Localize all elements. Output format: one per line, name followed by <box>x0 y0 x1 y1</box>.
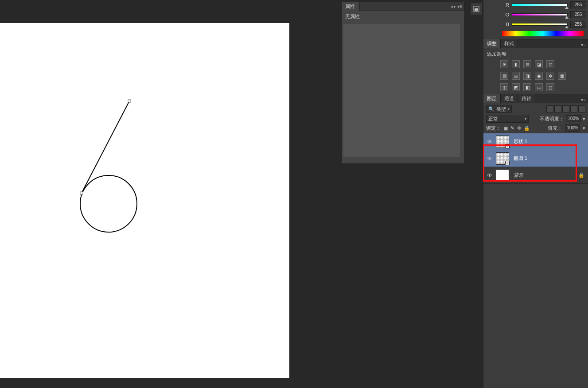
visibility-toggle[interactable]: 👁 <box>483 139 496 145</box>
fill-value[interactable]: 100% <box>565 124 580 132</box>
layer-filter-kind[interactable]: 🔍 类型 ▾ <box>486 105 512 113</box>
filter-adjust-icon[interactable] <box>554 105 561 113</box>
balance-icon[interactable]: ⚖ <box>512 72 520 80</box>
tab-properties[interactable]: 属性 <box>342 2 360 11</box>
levels-icon[interactable]: ▮ <box>512 60 520 68</box>
exposure-icon[interactable]: ◪ <box>535 60 543 68</box>
canvas-drawing <box>0 23 289 378</box>
panel-menu-icon[interactable]: ▾≡ <box>457 4 462 9</box>
layer-row-ellipse1[interactable]: 👁 ▫ 椭圆 1 <box>483 150 588 167</box>
curves-icon[interactable]: ⧄ <box>523 60 531 68</box>
collapsed-panel-strip <box>469 2 483 16</box>
adjustments-icon-row-1: ☀ ▮ ⧄ ◪ ▽ <box>487 60 584 68</box>
tab-layers[interactable]: 图层 <box>483 94 501 103</box>
svg-rect-2 <box>128 100 131 102</box>
g-label: G <box>499 12 512 17</box>
b-slider[interactable] <box>512 22 568 27</box>
r-slider[interactable] <box>512 3 568 7</box>
lookup-icon[interactable]: ▦ <box>558 72 566 80</box>
brightness-icon[interactable]: ☀ <box>500 60 508 68</box>
channel-mixer-icon[interactable]: ✲ <box>546 72 554 80</box>
color-panel: R 255 G 255 B 255 <box>483 0 588 39</box>
r-value[interactable]: 255 <box>570 1 586 8</box>
g-slider[interactable] <box>512 12 568 17</box>
layer-row-background[interactable]: 👁 背景 🔒 <box>483 167 588 184</box>
filter-smart-icon[interactable] <box>578 105 585 113</box>
invert-icon[interactable]: ◫ <box>500 83 508 91</box>
layers-panel: 图层 通道 路径 ▾≡ 🔍 类型 ▾ 正常 ▾ 不透 <box>483 94 588 184</box>
posterize-icon[interactable]: ◩ <box>512 83 520 91</box>
layer-name[interactable]: 形状 1 <box>514 138 527 145</box>
blend-mode-value: 正常 <box>488 116 498 122</box>
color-spectrum[interactable] <box>502 31 584 36</box>
layer-thumbnail[interactable]: ▫ <box>496 152 509 165</box>
chevron-down-icon: ▾ <box>525 117 526 121</box>
filter-shape-icon[interactable] <box>570 105 577 113</box>
lock-all-icon[interactable]: 🔒 <box>524 125 530 131</box>
selective-color-icon[interactable]: ◻ <box>546 83 554 91</box>
shape-badge-icon: ▫ <box>505 144 510 148</box>
canvas[interactable] <box>0 23 289 378</box>
tab-adjustments[interactable]: 调整 <box>483 39 501 48</box>
layer-name[interactable]: 椭圆 1 <box>514 155 527 162</box>
lock-icon: 🔒 <box>578 172 584 178</box>
fill-label: 填充： <box>548 125 562 132</box>
lock-pos-icon[interactable]: ✥ <box>517 125 521 131</box>
lock-paint-icon[interactable]: ✎ <box>510 125 514 131</box>
g-value[interactable]: 255 <box>570 11 586 18</box>
opacity-value[interactable]: 100% <box>566 115 581 122</box>
b-value[interactable]: 255 <box>570 21 586 28</box>
tab-paths[interactable]: 路径 <box>518 94 535 103</box>
vibrance-icon[interactable]: ▽ <box>546 60 554 68</box>
r-label: R <box>499 2 512 8</box>
lock-label: 锁定： <box>486 125 501 132</box>
chevron-down-icon[interactable]: ▾ <box>583 116 585 122</box>
search-icon: 🔍 <box>488 106 495 112</box>
svg-rect-5 <box>475 8 478 11</box>
adjustments-icon-row-2: ▤ ⚖ ◨ ◉ ✲ ▦ <box>487 72 584 80</box>
properties-none-label: 无属性 <box>342 11 464 22</box>
layer-row-shape1[interactable]: 👁 ▫ 形状 1 <box>483 133 588 150</box>
photo-filter-icon[interactable]: ◉ <box>535 72 543 80</box>
panel-icon-button[interactable] <box>470 3 483 15</box>
properties-body <box>343 24 460 157</box>
b-label: B <box>499 22 512 27</box>
right-panels: R 255 G 255 B 255 调整 样式 ▾≡ 添加调整 ☀ ▮ <box>483 0 588 388</box>
layer-name[interactable]: 背景 <box>514 172 523 178</box>
blend-mode-dropdown[interactable]: 正常 ▾ <box>486 115 529 123</box>
visibility-toggle[interactable]: 👁 <box>483 172 496 178</box>
chevron-down-icon[interactable]: ▾ <box>583 125 585 131</box>
properties-panel: 属性 ▸▸ ▾≡ 无属性 <box>341 2 465 164</box>
bw-icon[interactable]: ◨ <box>523 72 531 80</box>
lock-trans-icon[interactable]: ▦ <box>503 125 508 131</box>
filter-pixel-icon[interactable] <box>546 105 553 113</box>
adjustments-title: 添加调整 <box>487 51 584 58</box>
svg-point-0 <box>80 175 137 232</box>
hue-icon[interactable]: ▤ <box>500 72 508 80</box>
threshold-icon[interactable]: ◧ <box>523 83 531 91</box>
shape-badge-icon: ▫ <box>505 161 510 165</box>
tab-styles[interactable]: 样式 <box>501 39 518 48</box>
opacity-label: 不透明度： <box>540 116 564 122</box>
panel-menu-icon[interactable]: ▾≡ <box>579 42 588 48</box>
layer-thumbnail[interactable] <box>496 169 509 182</box>
adjustments-icon-row-3: ◫ ◩ ◧ ▭ ◻ <box>487 83 584 91</box>
gradient-map-icon[interactable]: ▭ <box>535 83 543 91</box>
adjustments-panel: 调整 样式 ▾≡ 添加调整 ☀ ▮ ⧄ ◪ ▽ ▤ ⚖ ◨ ◉ ✲ ▦ ◫ <box>483 39 588 94</box>
tab-channels[interactable]: 通道 <box>501 94 518 103</box>
visibility-toggle[interactable]: 👁 <box>483 155 496 162</box>
layers-list: 👁 ▫ 形状 1 👁 ▫ 椭圆 1 👁 背景 🔒 <box>483 133 588 184</box>
panel-menu-icon[interactable]: ▾≡ <box>579 97 588 103</box>
properties-panel-header[interactable]: 属性 ▸▸ ▾≡ <box>342 2 464 11</box>
chevron-down-icon: ▾ <box>508 107 510 111</box>
panel-collapse-icon[interactable]: ▸▸ <box>452 4 456 9</box>
filter-type-icon[interactable] <box>562 105 569 113</box>
svg-rect-3 <box>80 192 83 194</box>
filter-kind-label: 类型 <box>496 106 506 113</box>
layer-thumbnail[interactable]: ▫ <box>496 136 509 148</box>
